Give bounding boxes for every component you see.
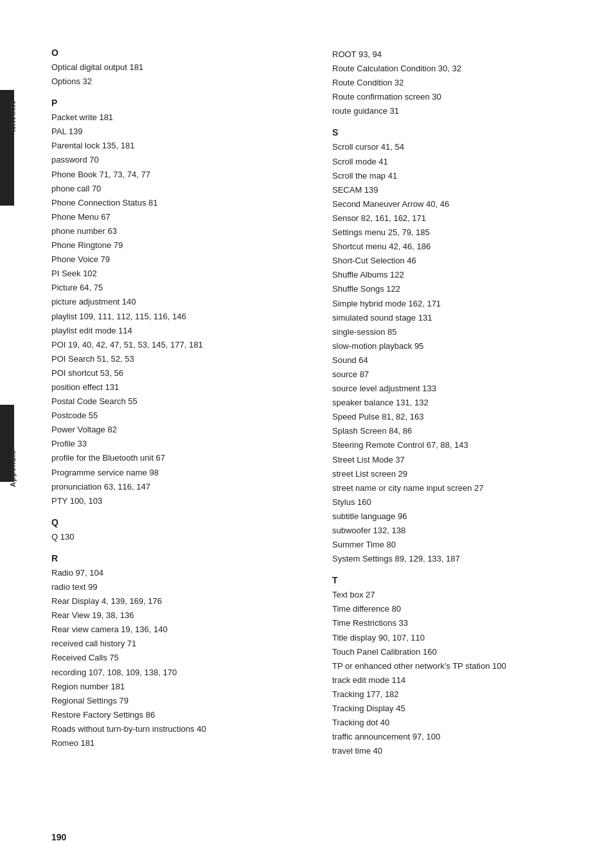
index-entry: Scroll cursor 41, 54 <box>332 140 587 154</box>
index-entry: pronunciation 63, 116, 147 <box>51 480 306 494</box>
page-number: 190 <box>51 832 66 842</box>
index-entry: Packet write 181 <box>51 111 306 125</box>
index-entry: Shuffle Albums 122 <box>332 268 587 282</box>
r-continued: ROOT 93, 94 Route Calculation Condition … <box>332 48 587 118</box>
index-entry: radio text 99 <box>51 580 306 594</box>
index-entry: Summer Time 80 <box>332 538 587 552</box>
index-entry: source 87 <box>332 368 587 382</box>
index-entry: Tracking 177, 182 <box>332 687 587 702</box>
index-entry: profile for the Bluetooth unit 67 <box>51 451 306 465</box>
index-entry: street List screen 29 <box>332 467 587 481</box>
column-left: O Optical digital output 181 Options 32 … <box>51 39 306 758</box>
index-entry: Phone Ringtone 79 <box>51 238 306 252</box>
index-entry: Power Voltage 82 <box>51 423 306 437</box>
index-entry: picture adjustment 140 <box>51 295 306 309</box>
index-entry: single-session 85 <box>332 325 587 339</box>
index-entry: password 70 <box>51 153 306 167</box>
index-entry: POI 19, 40, 42, 47, 51, 53, 145, 177, 18… <box>51 338 306 352</box>
section-header-p: P <box>51 98 306 108</box>
index-entry: Options 32 <box>51 75 306 89</box>
index-entry: track edit mode 114 <box>332 673 587 687</box>
index-entry: Postcode 55 <box>51 409 306 423</box>
index-entry: PTY 100, 103 <box>51 494 306 508</box>
index-entry: TP or enhanced other network’s TP statio… <box>332 659 587 673</box>
index-entry: travel time 40 <box>332 744 587 758</box>
index-entry: phone call 70 <box>51 182 306 196</box>
index-entry: Scroll the map 41 <box>332 169 587 183</box>
index-entry: Stylus 160 <box>332 495 587 509</box>
index-entry: Phone Voice 79 <box>51 252 306 267</box>
index-entry: Programme service name 98 <box>51 466 306 480</box>
section-header-r: R <box>51 553 306 563</box>
index-entry: Short-Cut Selection 46 <box>332 254 587 268</box>
index-entry: Route Condition 32 <box>332 76 587 90</box>
index-entry: Tracking dot 40 <box>332 716 587 730</box>
index-entry: Postal Code Search 55 <box>51 394 306 409</box>
index-entry: recording 107, 108, 109, 138, 170 <box>51 666 306 680</box>
column-right: ROOT 93, 94 Route Calculation Condition … <box>332 39 587 758</box>
index-entry: Restore Factory Settings 86 <box>51 708 306 722</box>
index-entry: Regional Settings 79 <box>51 694 306 708</box>
section-header-s: S <box>332 127 587 137</box>
index-entry: Roads without turn-by-turn instructions … <box>51 722 306 736</box>
index-entry: Title display 90, 107, 110 <box>332 631 587 645</box>
naviav-label: NAVI/AV <box>9 100 17 132</box>
index-entry: Time difference 80 <box>332 602 587 616</box>
index-entry: Phone Connection Status 81 <box>51 196 306 210</box>
index-entry: ROOT 93, 94 <box>332 48 587 62</box>
index-entry: Steering Remote Control 67, 88, 143 <box>332 438 587 452</box>
index-entry: Rear View 19, 38, 136 <box>51 608 306 623</box>
index-entry: Scroll mode 41 <box>332 155 587 169</box>
index-entry: simulated sound stage 131 <box>332 311 587 325</box>
index-entry: traffic announcement 97, 100 <box>332 730 587 744</box>
index-entry: position effect 131 <box>51 380 306 394</box>
index-entry: subwoofer 132, 138 <box>332 524 587 538</box>
side-labels: NAVI/AV Appendix <box>0 0 26 868</box>
index-entry: SECAM 139 <box>332 183 587 197</box>
index-entry: Romeo 181 <box>51 736 306 750</box>
index-entry: PAL 139 <box>51 125 306 139</box>
index-entry: POI shortcut 53, 56 <box>51 366 306 380</box>
index-entry: Sound 64 <box>332 353 587 368</box>
index-entry: subtitle language 96 <box>332 509 587 524</box>
index-entry: POI Search 51, 52, 53 <box>51 352 306 366</box>
index-entry: Shortcut menu 42, 46, 186 <box>332 240 587 254</box>
index-entry: Profile 33 <box>51 437 306 451</box>
main-content: O Optical digital output 181 Options 32 … <box>51 39 587 758</box>
index-entry: slow-motion playback 95 <box>332 339 587 353</box>
index-entry: Time Restrictions 33 <box>332 616 587 630</box>
index-entry: playlist 109, 111, 112, 115, 116, 146 <box>51 310 306 324</box>
index-entry: Rear Display 4, 139, 169, 176 <box>51 594 306 608</box>
index-entry: Q 130 <box>51 530 306 544</box>
index-entry: Tracking Display 45 <box>332 702 587 716</box>
appendix-label: Appendix <box>9 450 17 487</box>
index-entry: route guidance 31 <box>332 104 587 118</box>
index-entry: Route Calculation Condition 30, 32 <box>332 62 587 76</box>
page-container: NAVI/AV Appendix O Optical digital outpu… <box>0 0 613 868</box>
index-entry: street name or city name input screen 27 <box>332 481 587 495</box>
section-header-q: Q <box>51 517 306 527</box>
index-entry: Optical digital output 181 <box>51 60 306 75</box>
index-entry: Radio 97, 104 <box>51 566 306 580</box>
index-entry: Shuffle Songs 122 <box>332 282 587 296</box>
section-header-o: O <box>51 48 306 58</box>
index-entry: Speed Pulse 81, 82, 163 <box>332 410 587 424</box>
index-entry: Parental lock 135, 181 <box>51 139 306 153</box>
index-entry: Received Calls 75 <box>51 651 306 665</box>
index-entry: Street List Mode 37 <box>332 453 587 467</box>
index-entry: Route confirmation screen 30 <box>332 90 587 104</box>
index-entry: received call history 71 <box>51 637 306 651</box>
index-entry: Picture 64, 75 <box>51 281 306 295</box>
index-entry: PI Seek 102 <box>51 267 306 281</box>
index-entry: Settings menu 25, 79, 185 <box>332 226 587 240</box>
index-entry: Phone Menu 67 <box>51 210 306 224</box>
index-entry: Simple hybrid mode 162, 171 <box>332 297 587 311</box>
index-entry: Rear view camera 19, 136, 140 <box>51 623 306 637</box>
index-entry: Splash Screen 84, 86 <box>332 424 587 438</box>
index-entry: source level adjustment 133 <box>332 382 587 396</box>
index-entry: Second Maneuver Arrow 40, 46 <box>332 197 587 211</box>
index-entry: System Settings 89, 129, 133, 187 <box>332 552 587 566</box>
index-entry: Region number 181 <box>51 680 306 694</box>
index-entry: playlist edit mode 114 <box>51 324 306 338</box>
index-entry: Sensor 82, 161, 162, 171 <box>332 211 587 226</box>
